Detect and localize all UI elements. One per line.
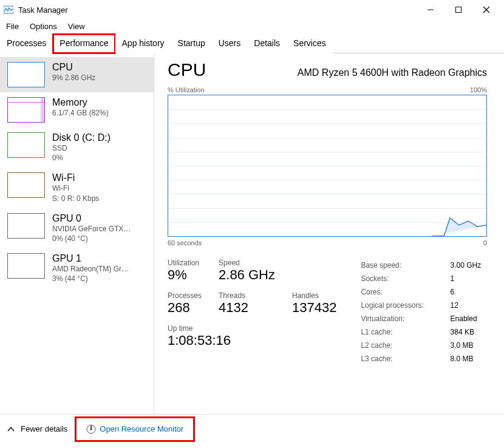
chevron-up-icon [7, 426, 15, 433]
specs-table: Base speed:3.00 GHz Sockets:1 Cores:6 Lo… [361, 259, 487, 365]
sidebar-item-label: Memory [52, 97, 109, 108]
maximize-button[interactable] [444, 1, 472, 19]
sidebar-item-sub: SSD [52, 143, 111, 153]
svg-rect-2 [456, 7, 461, 13]
menu-view[interactable]: View [68, 22, 85, 31]
sidebar-item-sub2: 3% (44 °C) [52, 274, 129, 283]
tab-startup[interactable]: Startup [171, 34, 212, 53]
minimize-button[interactable] [417, 1, 444, 19]
chart-x-right: 0 [483, 239, 487, 246]
sidebar-item-sub2: S: 0 R: 0 Kbps [52, 194, 99, 203]
svg-point-6 [90, 428, 92, 430]
stat-uptime: Up time 1:08:53:16 [168, 324, 336, 348]
resource-monitor-icon [86, 424, 96, 434]
detail-pane: CPU AMD Ryzen 5 4600H with Radeon Graphi… [154, 53, 504, 414]
menu-options[interactable]: Options [30, 22, 57, 31]
menubar: File Options View [0, 19, 504, 33]
app-icon [4, 5, 13, 15]
sidebar-item-label: CPU [52, 62, 95, 73]
sidebar-item-memory[interactable]: Memory 6.1/7.4 GB (82%) [0, 92, 154, 127]
cpu-thumb-icon [7, 62, 45, 87]
tab-performance[interactable]: Performance [53, 34, 115, 53]
sidebar-item-sub2: 0% (40 °C) [52, 234, 131, 243]
chart-x-left: 60 seconds [168, 239, 202, 246]
sidebar-item-sub: NVIDIA GeForce GTX… [52, 224, 131, 234]
chart-line-icon [432, 212, 486, 236]
sidebar-item-sub: Wi-Fi [52, 183, 99, 193]
sidebar-item-wifi[interactable]: Wi-Fi Wi-Fi S: 0 R: 0 Kbps [0, 168, 154, 208]
main-area: CPU 9% 2.86 GHz Memory 6.1/7.4 GB (82%) … [0, 53, 504, 414]
stat-processes: Processes 268 [168, 291, 202, 316]
open-resource-monitor-link[interactable]: Open Resource Monitor [83, 422, 187, 436]
sidebar-item-sub: 6.1/7.4 GB (82%) [52, 108, 109, 118]
tab-processes[interactable]: Processes [0, 34, 53, 53]
stats: Utilization 9% Speed 2.86 GHz Processes … [168, 259, 487, 365]
sidebar-item-label: Wi-Fi [52, 172, 99, 183]
sidebar-item-label: GPU 1 [52, 253, 129, 264]
tab-users[interactable]: Users [212, 34, 248, 53]
fewer-details-button[interactable]: Fewer details [7, 424, 67, 433]
fewer-details-label: Fewer details [21, 424, 67, 433]
memory-thumb-icon [7, 97, 45, 123]
menu-file[interactable]: File [6, 22, 19, 31]
sidebar: CPU 9% 2.86 GHz Memory 6.1/7.4 GB (82%) … [0, 53, 154, 414]
gpu-thumb-icon [7, 213, 45, 239]
detail-title: CPU [168, 59, 206, 80]
stat-threads: Threads 4132 [219, 291, 275, 316]
sidebar-item-sub2: 0% [52, 153, 111, 163]
utilization-chart[interactable] [168, 95, 487, 237]
tab-app-history[interactable]: App history [115, 34, 171, 53]
close-button[interactable] [472, 1, 500, 19]
chart-y-max: 100% [470, 86, 487, 93]
sidebar-item-gpu1[interactable]: GPU 1 AMD Radeon(TM) Gr… 3% (44 °C) [0, 248, 154, 288]
footer: Fewer details Open Resource Monitor [0, 414, 504, 443]
window-title: Task Manager [18, 5, 68, 15]
stat-utilization: Utilization 9% [168, 259, 202, 283]
sidebar-item-sub: 9% 2.86 GHz [52, 73, 95, 83]
cpu-model: AMD Ryzen 5 4600H with Radeon Graphics [298, 67, 487, 78]
disk-thumb-icon [7, 132, 45, 158]
chart-y-label: % Utilization [168, 86, 205, 93]
sidebar-item-label: GPU 0 [52, 213, 131, 224]
tab-details[interactable]: Details [247, 34, 287, 53]
open-resource-monitor-label: Open Resource Monitor [100, 424, 183, 433]
tabstrip: Processes Performance App history Startu… [0, 33, 504, 53]
sidebar-item-label: Disk 0 (C: D:) [52, 132, 111, 143]
sidebar-item-sub: AMD Radeon(TM) Gr… [52, 264, 129, 274]
open-resource-monitor-highlight: Open Resource Monitor [75, 416, 195, 442]
titlebar: Task Manager [0, 0, 504, 19]
wifi-thumb-icon [7, 172, 45, 198]
sidebar-item-cpu[interactable]: CPU 9% 2.86 GHz [0, 57, 154, 92]
gpu-thumb-icon [7, 253, 45, 279]
stat-speed: Speed 2.86 GHz [219, 259, 275, 283]
tab-services[interactable]: Services [287, 34, 333, 53]
stat-handles: Handles 137432 [292, 291, 336, 316]
sidebar-item-gpu0[interactable]: GPU 0 NVIDIA GeForce GTX… 0% (40 °C) [0, 208, 154, 248]
sidebar-item-disk0[interactable]: Disk 0 (C: D:) SSD 0% [0, 127, 154, 168]
